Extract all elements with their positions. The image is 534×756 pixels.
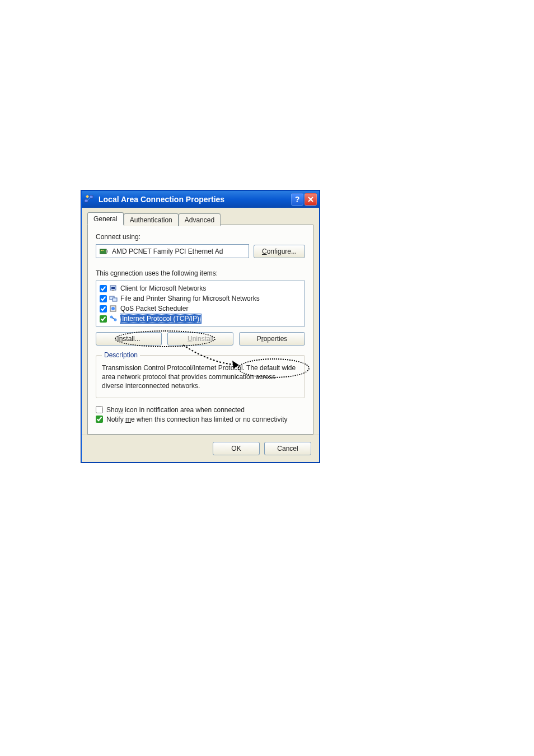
qos-icon [109,304,118,313]
svg-line-17 [112,318,115,319]
svg-rect-5 [106,250,108,253]
notify-option[interactable]: Notify me when this connection has limit… [96,416,305,423]
item-checkbox[interactable] [100,315,107,323]
svg-rect-0 [85,199,88,202]
show-icon-label: Show icon in notification area when conn… [106,406,245,414]
window-title: Local Area Connection Properties [99,195,290,204]
svg-rect-6 [101,250,102,251]
svg-rect-10 [112,290,114,291]
item-checkbox[interactable] [100,305,107,312]
nic-icon [100,248,109,255]
show-icon-checkbox[interactable] [96,406,103,413]
configure-button[interactable]: Configure... [254,245,305,258]
client-icon [109,284,118,293]
cancel-button[interactable]: Cancel [264,442,311,455]
uninstall-button: Uninstall [167,332,233,346]
share-icon [109,294,118,303]
connect-using-label: Connect using: [96,233,305,241]
adapter-name: AMD PCNET Family PCI Ethernet Ad [112,248,223,255]
protocol-icon [109,314,118,323]
item-checkbox[interactable] [100,285,107,292]
list-item[interactable]: File and Printer Sharing for Microsoft N… [97,293,303,304]
tab-authentication[interactable]: Authentication [124,213,179,226]
install-button[interactable]: Install... [96,332,162,346]
connection-icon [84,195,95,204]
tab-general[interactable]: General [87,212,124,225]
svg-rect-7 [102,250,104,251]
notify-label: Notify me when this connection has limit… [106,416,288,423]
tab-advanced[interactable]: Advanced [179,213,221,226]
list-item[interactable]: Internet Protocol (TCP/IP) [97,314,303,324]
notify-checkbox[interactable] [96,416,103,423]
help-button[interactable]: ? [291,193,303,206]
item-label: Client for Microsoft Networks [120,284,206,292]
svg-rect-12 [113,298,117,301]
dialog-footer: OK Cancel [82,435,319,462]
description-text: Transmission Control Protocol/Internet P… [102,363,299,391]
svg-marker-3 [86,195,89,198]
item-checkbox[interactable] [100,295,107,302]
description-legend: Description [102,351,140,359]
list-item[interactable]: Client for Microsoft Networks [97,283,303,293]
description-group: Description Transmission Control Protoco… [96,351,305,398]
tab-strip: General Authentication Advanced [87,212,313,225]
list-item[interactable]: QoS Packet Scheduler [97,304,303,314]
item-label: QoS Packet Scheduler [120,305,188,312]
show-icon-option[interactable]: Show icon in notification area when conn… [96,406,305,414]
svg-rect-9 [111,287,115,289]
properties-button[interactable]: Properties [239,332,305,346]
items-label: This connection uses the following items… [96,269,305,277]
connection-items-list[interactable]: Client for Microsoft Networks File and P… [96,281,305,326]
adapter-field[interactable]: AMD PCNET Family PCI Ethernet Ad [96,244,249,258]
client-area: General Authentication Advanced Connect … [82,208,319,435]
properties-dialog: Local Area Connection Properties ? Gener… [81,190,320,463]
close-button[interactable] [305,193,317,206]
general-panel: Connect using: AMD PCNET Family PCI Ethe… [87,225,313,435]
item-label: File and Printer Sharing for Microsoft N… [120,295,260,302]
titlebar[interactable]: Local Area Connection Properties ? [82,191,319,208]
item-label: Internet Protocol (TCP/IP) [120,314,201,323]
svg-point-14 [111,307,115,310]
svg-rect-4 [100,249,106,254]
ok-button[interactable]: OK [213,442,260,455]
